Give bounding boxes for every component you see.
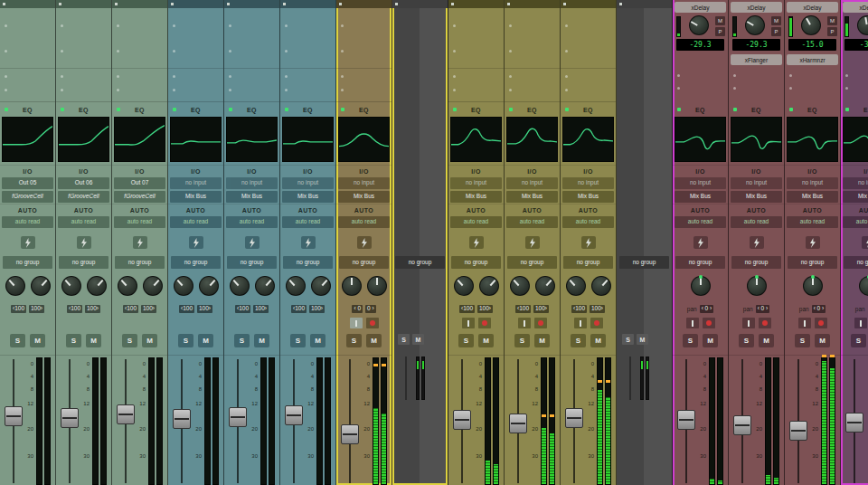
fader-cap[interactable] (845, 413, 863, 433)
record-arm-button[interactable] (759, 318, 771, 328)
group-selector[interactable]: no group (563, 256, 613, 269)
pan-knob[interactable] (5, 276, 25, 296)
automation-mode-button[interactable]: auto read (450, 216, 502, 228)
output-selector[interactable]: no input (787, 177, 838, 189)
output-selector[interactable]: Out 07 (114, 177, 165, 189)
pan-knob[interactable] (747, 276, 767, 296)
pan-knob[interactable] (535, 276, 555, 296)
inserts-area[interactable] (841, 65, 868, 102)
input-selector[interactable]: fGrooveCell (2, 191, 53, 203)
solo-button[interactable]: S (10, 334, 25, 347)
strip-header[interactable] (224, 0, 279, 8)
input-selector[interactable]: Mix Bus (226, 191, 278, 203)
mute-button[interactable]: M (30, 334, 45, 347)
output-selector[interactable]: no input (226, 177, 278, 189)
strip-header[interactable] (505, 0, 560, 8)
eq-curve-display[interactable] (58, 117, 109, 162)
group-selector[interactable]: no group (844, 256, 868, 269)
group-selector[interactable]: no group (451, 256, 501, 269)
output-selector[interactable]: no input (675, 177, 726, 189)
insert-plugin-button[interactable]: xDelay (787, 2, 838, 13)
pan-value-right[interactable]: 100› (29, 305, 44, 313)
elastic-audio-button[interactable] (806, 236, 820, 249)
automation-mode-button[interactable]: auto read (506, 216, 558, 228)
inserts-sends-area[interactable] (112, 8, 167, 102)
strip-header[interactable] (617, 0, 672, 8)
mute-button[interactable]: M (637, 334, 648, 345)
group-selector[interactable]: no group (3, 256, 52, 269)
eq-curve-display[interactable] (2, 117, 53, 162)
send-level-knob[interactable] (801, 15, 821, 35)
pan-value-right[interactable]: 100› (590, 305, 605, 313)
input-selector[interactable]: Mix Bus (787, 191, 838, 203)
pan-knob[interactable] (803, 276, 823, 296)
automation-mode-button[interactable]: auto read (731, 216, 782, 228)
pan-value[interactable]: ‹ 0 › (700, 305, 714, 313)
mute-button[interactable]: M (310, 334, 326, 347)
send-pre-button[interactable]: P (771, 27, 781, 36)
fader-cap[interactable] (117, 404, 135, 424)
eq-curve-display[interactable] (731, 117, 782, 162)
send-mute-button[interactable]: M (827, 16, 837, 25)
send-level-display[interactable]: -15.0 (788, 39, 836, 51)
group-selector[interactable]: no group (59, 256, 108, 269)
mute-button[interactable]: M (759, 334, 774, 347)
inserts-sends-area[interactable] (561, 8, 616, 102)
inserts-sends-area[interactable] (56, 8, 111, 102)
record-arm-button[interactable] (534, 318, 547, 328)
send-pre-button[interactable]: P (715, 27, 725, 36)
send-level-knob[interactable] (689, 15, 709, 35)
strip-header[interactable] (280, 0, 335, 8)
strip-header[interactable] (168, 0, 223, 8)
automation-mode-button[interactable]: auto read (562, 216, 614, 228)
strip-header[interactable] (561, 0, 616, 8)
mute-button[interactable]: M (366, 334, 382, 347)
mute-button[interactable]: M (590, 334, 606, 347)
pan-knob[interactable] (454, 276, 474, 296)
output-selector[interactable]: no input (506, 177, 558, 189)
elastic-audio-button[interactable] (862, 236, 868, 249)
input-monitor-button[interactable] (798, 318, 811, 328)
group-selector[interactable]: no group (395, 256, 445, 269)
pan-value-left[interactable]: ‹100 (123, 305, 138, 313)
input-selector[interactable]: Mix Bus (506, 191, 558, 203)
input-selector[interactable]: Mix Bus (675, 191, 726, 203)
send-level-knob[interactable] (745, 15, 765, 35)
eq-curve-display[interactable] (226, 117, 278, 162)
insert-plugin-button[interactable]: xHarmnzr (787, 54, 838, 65)
solo-button[interactable]: S (795, 334, 810, 347)
elastic-audio-button[interactable] (21, 236, 35, 249)
strip-header[interactable] (56, 0, 111, 8)
pan-value-right[interactable]: 100› (477, 305, 493, 313)
send-level-knob[interactable] (857, 15, 868, 35)
inserts-sends-area[interactable] (448, 8, 504, 102)
inserts-sends-area[interactable] (0, 8, 55, 102)
strip-header[interactable] (448, 0, 504, 8)
elastic-audio-button[interactable] (245, 236, 259, 249)
mute-button[interactable]: M (198, 334, 213, 347)
fader-cap[interactable] (61, 408, 79, 428)
pan-knob[interactable] (691, 276, 711, 296)
eq-curve-display[interactable] (506, 117, 558, 162)
input-monitor-button[interactable] (854, 318, 867, 328)
pan-value-right[interactable]: 100› (85, 305, 100, 313)
eq-curve-display[interactable] (450, 117, 502, 162)
output-selector[interactable]: no input (731, 177, 782, 189)
group-selector[interactable]: no group (619, 256, 669, 269)
inserts-sends-area[interactable] (224, 8, 279, 102)
send-mute-button[interactable]: M (771, 16, 781, 25)
pan-value-left[interactable]: ‹100 (571, 305, 587, 313)
pan-value-right[interactable]: 100› (533, 305, 549, 313)
pan-value-left[interactable]: ‹ 0 (352, 305, 363, 313)
output-selector[interactable]: no input (282, 177, 334, 189)
mute-button[interactable]: M (703, 334, 718, 347)
solo-button[interactable]: S (683, 334, 698, 347)
pan-knob[interactable] (199, 276, 219, 296)
eq-curve-display[interactable] (787, 117, 838, 162)
pan-value-left[interactable]: ‹100 (179, 305, 194, 313)
inserts-area[interactable] (729, 65, 784, 102)
pan-value[interactable]: ‹ 0 › (812, 305, 826, 313)
send-pre-button[interactable]: P (827, 27, 837, 36)
automation-mode-button[interactable]: auto read (170, 216, 222, 228)
fader-track[interactable] (629, 357, 631, 400)
